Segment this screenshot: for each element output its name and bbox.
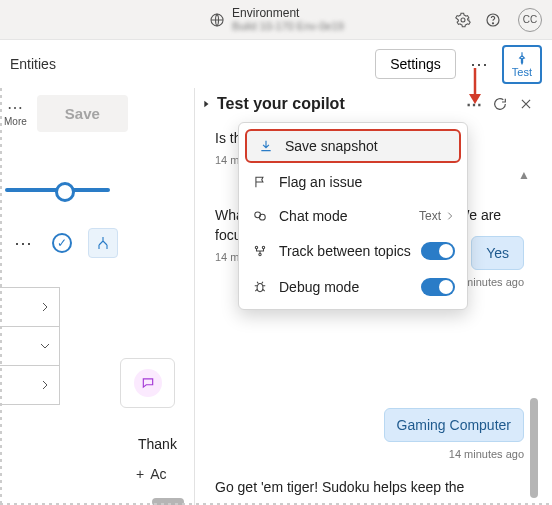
chevron-right-icon [445,211,455,221]
svg-point-11 [257,284,263,292]
chat-bubble-icon [134,369,162,397]
condition-group [0,288,60,405]
node-overflow-button[interactable]: ⋯ [10,232,36,254]
bug-icon [251,280,269,294]
page-subheader: Entities Settings ⋯ Test [0,40,552,88]
ellipsis-icon: ⋯ [7,100,23,116]
panel-overflow-button[interactable]: ⋯ [464,94,484,114]
chevron-down-icon [39,340,51,352]
message-node[interactable] [120,358,175,408]
test-panel-title: Test your copilot [217,95,345,113]
timeline-track [5,188,110,192]
vertical-scrollbar[interactable] [530,398,538,498]
menu-item-track-topics[interactable]: Track between topics [239,233,467,269]
menu-item-save-snapshot[interactable]: Save snapshot [245,129,461,163]
settings-button[interactable]: Settings [375,49,456,79]
avatar[interactable]: CC [518,8,542,32]
menu-item-chat-mode[interactable]: Chat mode Text [239,199,467,233]
toggle-on[interactable] [421,278,455,296]
chat-icon [251,209,269,223]
svg-point-9 [262,246,264,248]
bot-message: Go get 'em tiger! Sudoku helps keep the … [215,478,498,501]
scroll-up-icon[interactable]: ▲ [518,168,530,182]
close-icon[interactable] [516,94,536,114]
plus-icon: + [136,466,144,482]
help-icon[interactable] [484,11,502,29]
add-node-button[interactable]: + Ac [136,466,167,482]
branch-icon[interactable] [88,228,118,258]
menu-item-debug-mode[interactable]: Debug mode [239,269,467,305]
caret-right-icon [201,99,211,109]
canvas-more-button[interactable]: ⋯ More [4,100,27,127]
authoring-canvas: ⋯ More Save ⋯ ✓ Thank + Ac [0,88,195,505]
chat-mode-value: Text [419,209,441,223]
flag-icon [251,175,269,189]
user-chip[interactable]: Gaming Computer [384,408,524,442]
menu-item-label: Chat mode [279,208,347,224]
svg-point-10 [259,253,261,255]
chevron-right-icon [39,301,51,313]
node-label: Thank [138,436,177,452]
environment-icon [208,11,226,29]
environment-selector[interactable]: Environment Build 10-170 Env-0e19 [208,7,344,32]
svg-point-7 [259,214,265,220]
gear-icon[interactable] [454,11,472,29]
test-button-label: Test [512,66,532,78]
menu-item-label: Flag an issue [279,174,362,190]
test-button[interactable]: Test [502,45,542,84]
svg-point-1 [461,18,465,22]
download-icon [257,139,275,153]
menu-item-label: Debug mode [279,279,359,295]
timestamp: 14 minutes ago [449,448,524,460]
menu-item-label: Track between topics [279,243,411,259]
add-node-label: Ac [150,466,166,482]
overflow-button[interactable]: ⋯ [466,53,492,75]
condition-row[interactable] [0,287,60,327]
pin-icon [515,51,529,65]
menu-item-flag-issue[interactable]: Flag an issue [239,165,467,199]
toggle-on[interactable] [421,242,455,260]
panel-overflow-menu: Save snapshot Flag an issue Chat mode Te… [238,122,468,310]
canvas-more-label: More [4,116,27,127]
refresh-icon[interactable] [490,94,510,114]
svg-point-3 [492,22,493,23]
environment-value: Build 10-170 Env-0e19 [232,20,344,32]
checkmark-icon: ✓ [52,233,72,253]
torn-edge-decoration [0,88,2,505]
user-chip[interactable]: Yes [471,236,524,270]
app-topbar: Environment Build 10-170 Env-0e19 CC [0,0,552,40]
environment-label: Environment [232,7,299,20]
svg-point-8 [255,246,257,248]
track-icon [251,244,269,258]
condition-row[interactable] [0,326,60,366]
chevron-right-icon [39,379,51,391]
save-button[interactable]: Save [37,95,128,132]
breadcrumb[interactable]: Entities [10,56,56,72]
menu-item-label: Save snapshot [285,138,378,154]
condition-row[interactable] [0,365,60,405]
